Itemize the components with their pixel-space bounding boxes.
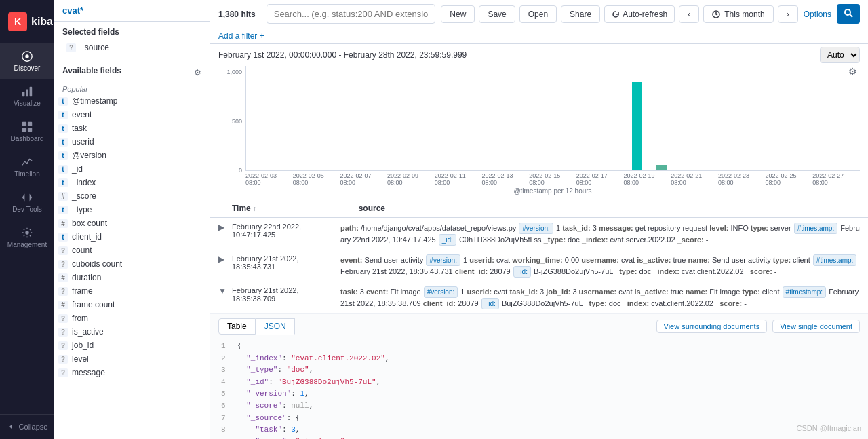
bar	[764, 170, 774, 170]
field-score[interactable]: # _score	[54, 189, 210, 203]
field-timestamp[interactable]: t @timestamp	[54, 94, 210, 108]
add-filter-button[interactable]: Add a filter +	[218, 31, 264, 41]
svg-point-9	[25, 231, 28, 234]
save-button[interactable]: Save	[479, 5, 515, 23]
bar	[391, 170, 402, 170]
table-row: ▶ February 22nd 2022, 10:47:17.425 path:…	[210, 218, 868, 250]
tab-json[interactable]: JSON	[256, 318, 295, 335]
hits-count: 1,380 hits	[218, 9, 256, 19]
field-name: _source	[80, 43, 109, 52]
field-box-count[interactable]: # box count	[54, 216, 210, 230]
field-level[interactable]: ? level	[54, 352, 210, 366]
logo-icon: K	[8, 12, 27, 31]
field-message[interactable]: ? message	[54, 366, 210, 379]
field-name: _index	[72, 178, 96, 187]
available-fields-title: Available fields	[62, 66, 121, 75]
field-type-q: ?	[58, 355, 68, 364]
sidebar-item-management[interactable]: Management	[0, 220, 54, 255]
bar	[439, 170, 450, 170]
top-bar: 1,380 hits New Save Open Share Auto-refr…	[210, 0, 868, 28]
sidebar-item-dashboard[interactable]: Dashboard	[0, 114, 54, 149]
options-link[interactable]: Options	[804, 9, 831, 19]
interval-dash: —	[810, 51, 817, 59]
chart-time-label: @timestamp per 12 hours	[245, 186, 860, 195]
time-column-header[interactable]: Time ↑	[232, 204, 354, 213]
time-range-button[interactable]: This month	[703, 5, 773, 23]
field-cuboids-count[interactable]: ? cuboids count	[54, 257, 210, 271]
field-index[interactable]: t _index	[54, 176, 210, 189]
sidebar-item-discover[interactable]: Discover	[0, 43, 54, 79]
field-frame[interactable]: ? frame	[54, 284, 210, 298]
interval-select[interactable]: Auto	[820, 47, 860, 63]
sidebar-item-devtools[interactable]: Dev Tools	[0, 185, 54, 220]
field-type-field[interactable]: t _type	[54, 203, 210, 216]
bar	[380, 170, 391, 170]
field-event[interactable]: t event	[54, 108, 210, 121]
sidebar-item-dashboard-label: Dashboard	[11, 135, 44, 142]
field-userid[interactable]: t userid	[54, 135, 210, 149]
expand-icon[interactable]: ▼	[218, 282, 232, 296]
bar	[812, 170, 823, 170]
svg-point-1	[25, 54, 28, 58]
svg-rect-2	[22, 92, 25, 96]
field-name: count	[72, 246, 92, 255]
chart-bars	[245, 66, 860, 171]
auto-refresh-button[interactable]: Auto-refresh	[604, 5, 675, 23]
field-id[interactable]: t _id	[54, 162, 210, 176]
field-count[interactable]: ? count	[54, 244, 210, 257]
bar	[332, 170, 342, 170]
sidebar-item-timelion[interactable]: Timelion	[0, 149, 54, 185]
gear-icon[interactable]: ⚙	[194, 68, 201, 77]
next-time-button[interactable]: ›	[778, 5, 798, 23]
expand-icon[interactable]: ▶	[218, 218, 232, 232]
field-client-id[interactable]: t client_id	[54, 230, 210, 244]
field-type-hash: #	[58, 192, 68, 201]
expand-icon[interactable]: ▶	[218, 250, 232, 264]
field-version[interactable]: t @version	[54, 149, 210, 162]
bar	[536, 170, 547, 170]
x-label: 2022-02-15 08:00	[529, 172, 576, 186]
sidebar-item-timelion-label: Timelion	[14, 170, 39, 178]
field-name: level	[72, 354, 89, 364]
field-frame-count[interactable]: # frame count	[54, 298, 210, 311]
open-button[interactable]: Open	[519, 5, 557, 23]
field-type-t: t	[58, 124, 68, 133]
field-type-hash: #	[58, 301, 68, 309]
field-type-hash: #	[58, 273, 68, 282]
results-area: Time ↑ _source ▶ February 22nd 2022, 10:…	[210, 199, 868, 439]
tab-table[interactable]: Table	[218, 318, 256, 335]
main-content: 1,380 hits New Save Open Share Auto-refr…	[210, 0, 868, 439]
svg-line-12	[850, 14, 852, 17]
time-range-label: This month	[724, 9, 764, 19]
bar	[740, 170, 751, 170]
bar	[584, 170, 595, 170]
field-from[interactable]: ? from	[54, 311, 210, 325]
index-pattern[interactable]: cvat*	[54, 0, 210, 22]
field-name: client_id	[72, 232, 102, 242]
chart-settings-icon[interactable]: ⚙	[848, 66, 857, 77]
selected-field-source[interactable]: ? _source	[62, 41, 201, 54]
bar	[644, 170, 654, 170]
field-duration[interactable]: # duration	[54, 271, 210, 284]
x-label: 2022-02-21 08:00	[671, 172, 718, 186]
field-type-t: t	[58, 97, 68, 106]
new-button[interactable]: New	[441, 5, 475, 23]
bar-highlight	[632, 82, 643, 170]
share-button[interactable]: Share	[561, 5, 600, 23]
prev-time-button[interactable]: ‹	[679, 5, 699, 23]
field-is-active[interactable]: ? is_active	[54, 325, 210, 339]
view-single-button[interactable]: View single document	[772, 320, 860, 333]
field-task[interactable]: t task	[54, 121, 210, 135]
collapse-button[interactable]: Collapse	[0, 414, 54, 439]
sidebar-item-visualize[interactable]: Visualize	[0, 79, 54, 114]
search-button[interactable]	[837, 4, 860, 24]
x-label: 2022-02-05 08:00	[293, 172, 340, 186]
view-surrounding-button[interactable]: View surrounding documents	[656, 320, 768, 333]
bar	[572, 170, 583, 170]
bar	[511, 170, 522, 170]
x-label: 2022-02-23 08:00	[718, 172, 766, 186]
field-job-id[interactable]: ? job_id	[54, 339, 210, 352]
search-input[interactable]	[267, 4, 436, 24]
field-type-q: ?	[58, 260, 68, 269]
svg-rect-5	[22, 122, 26, 126]
